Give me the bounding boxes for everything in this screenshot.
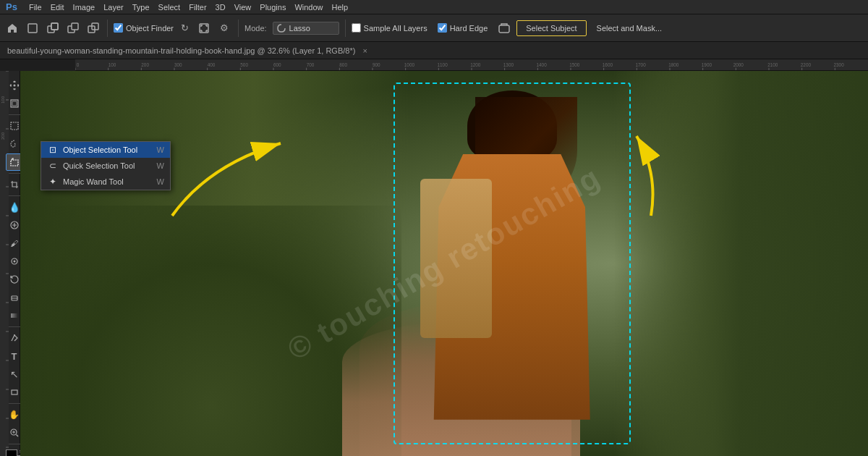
document-title: beautiful-young-woman-standing-mountain-…	[7, 46, 355, 55]
svg-text:600: 600	[273, 62, 281, 67]
sample-all-layers-checkbox[interactable]	[352, 23, 361, 33]
history-icon	[9, 274, 20, 284]
object-finder-checkbox[interactable]	[114, 23, 123, 33]
zoom-icon	[9, 428, 20, 438]
select-mask-button[interactable]: Select and Mask...	[591, 21, 668, 35]
hard-edge-label: Hard Edge	[450, 24, 488, 33]
rect-select-icon	[9, 121, 20, 131]
tool-dropdown: ⊡ Object Selection Tool W ⊂ Quick Select…	[41, 141, 171, 190]
svg-text:0: 0	[77, 62, 80, 67]
dropdown-item-object-select[interactable]: ⊡ Object Selection Tool W	[41, 142, 170, 158]
menu-filter[interactable]: Filter	[189, 3, 206, 12]
ps-logo: Ps	[6, 1, 17, 12]
close-tab-icon[interactable]: ×	[362, 46, 367, 55]
separator5	[7, 403, 22, 404]
svg-text:1100: 1100	[438, 62, 448, 67]
svg-text:1500: 1500	[569, 62, 580, 67]
hard-edge-checkbox[interactable]	[438, 23, 447, 33]
forest-left	[20, 71, 410, 456]
title-bar: beautiful-young-woman-standing-mountain-…	[0, 42, 868, 59]
svg-text:2100: 2100	[767, 62, 778, 67]
refresh-button[interactable]: ↻	[178, 21, 192, 35]
svg-text:300: 300	[174, 62, 182, 67]
menu-help[interactable]: Help	[332, 3, 349, 12]
svg-text:100: 100	[1, 96, 5, 104]
fg-color[interactable]	[6, 449, 17, 456]
svg-text:100: 100	[109, 62, 116, 67]
pen-icon	[9, 333, 20, 343]
horizontal-ruler: 0 100 200 300 400 500 600 700 800 900	[75, 59, 868, 71]
heal-icon	[9, 220, 20, 230]
svg-rect-0	[28, 24, 37, 33]
quick-select-icon: ⊂	[47, 161, 59, 171]
lasso-tool-icon	[9, 139, 20, 149]
svg-text:800: 800	[339, 62, 347, 67]
menu-view[interactable]: View	[234, 3, 252, 12]
hard-edge-group: Hard Edge	[438, 23, 488, 33]
gradient-icon	[9, 311, 20, 321]
menu-3d[interactable]: 3D	[216, 3, 226, 12]
svg-text:2300: 2300	[834, 62, 845, 67]
svg-text:1000: 1000	[404, 62, 415, 67]
menu-type[interactable]: Type	[132, 3, 150, 12]
svg-rect-5	[72, 23, 78, 30]
svg-text:1900: 1900	[702, 62, 712, 67]
mode-select-wrapper: Lasso Rectangle	[273, 22, 339, 35]
svg-text:900: 900	[373, 62, 380, 67]
separator-1	[107, 20, 108, 37]
separator6	[7, 444, 22, 444]
menu-plugins[interactable]: Plugins	[260, 3, 286, 12]
options-bar: Object Finder ↻ ⚙ Mode: Lasso Rectangle …	[0, 14, 868, 42]
svg-text:1400: 1400	[537, 62, 548, 67]
ruler-svg: 0 100 200 300 400 500 600 700 800 900	[75, 59, 868, 71]
move-icon	[9, 80, 20, 90]
object-select-shortcut: W	[157, 145, 164, 154]
object-finder-group: Object Finder	[114, 23, 174, 33]
quick-select-label: Quick Selection Tool	[63, 161, 135, 170]
settings-icon[interactable]: ⚙	[216, 20, 232, 36]
ruler-area: 0 100 200 300 400 500 600 700 800 900	[32, 59, 868, 71]
menu-layer[interactable]: Layer	[103, 3, 124, 12]
svg-point-83	[13, 261, 15, 263]
svg-text:2000: 2000	[733, 62, 744, 67]
dropdown-item-quick-select[interactable]: ⊂ Quick Selection Tool W	[41, 158, 170, 174]
menu-file[interactable]: File	[29, 3, 42, 12]
intersect-selection-icon[interactable]	[85, 20, 101, 36]
left-toolbar: 100 200	[0, 71, 20, 456]
cloud-icon[interactable]	[496, 20, 512, 36]
svg-rect-87	[12, 390, 17, 394]
separator2	[7, 173, 22, 174]
separator	[7, 114, 22, 115]
mode-dropdown[interactable]: Lasso Rectangle	[273, 22, 339, 35]
artboard-icon	[9, 98, 20, 109]
object-select-tool-icon: ⊡	[47, 145, 59, 155]
object-select-icon	[9, 157, 20, 167]
home-icon[interactable]	[4, 20, 20, 36]
shape-icon	[9, 387, 20, 397]
svg-point-76	[13, 85, 15, 87]
menu-select[interactable]: Select	[158, 3, 181, 12]
add-selection-icon[interactable]	[45, 20, 61, 36]
menu-edit[interactable]: Edit	[51, 3, 64, 12]
sample-all-layers-group: Sample All Layers	[352, 23, 427, 33]
svg-text:1200: 1200	[470, 62, 481, 67]
woman-backpack	[420, 179, 491, 338]
menu-window[interactable]: Window	[294, 3, 323, 12]
svg-text:200: 200	[1, 132, 5, 140]
expand-icon[interactable]	[196, 20, 212, 36]
subtract-selection-icon[interactable]	[65, 20, 81, 36]
svg-rect-77	[11, 100, 18, 107]
svg-rect-79	[11, 122, 18, 130]
magic-wand-label: Magic Wand Tool	[63, 177, 124, 186]
menu-image[interactable]: Image	[73, 3, 95, 12]
svg-rect-80	[11, 160, 18, 166]
magic-wand-icon: ✦	[47, 177, 59, 187]
svg-text:700: 700	[307, 62, 315, 67]
menu-bar: Ps File Edit Image Layer Type Select Fil…	[0, 0, 868, 14]
dropdown-item-magic-wand[interactable]: ✦ Magic Wand Tool W	[41, 174, 170, 190]
svg-rect-78	[12, 101, 17, 106]
select-subject-button[interactable]: Select Subject	[516, 20, 586, 36]
svg-text:1300: 1300	[503, 62, 514, 67]
canvas-area[interactable]: ⊡ Object Selection Tool W ⊂ Quick Select…	[20, 71, 868, 456]
new-selection-icon[interactable]	[25, 20, 41, 36]
